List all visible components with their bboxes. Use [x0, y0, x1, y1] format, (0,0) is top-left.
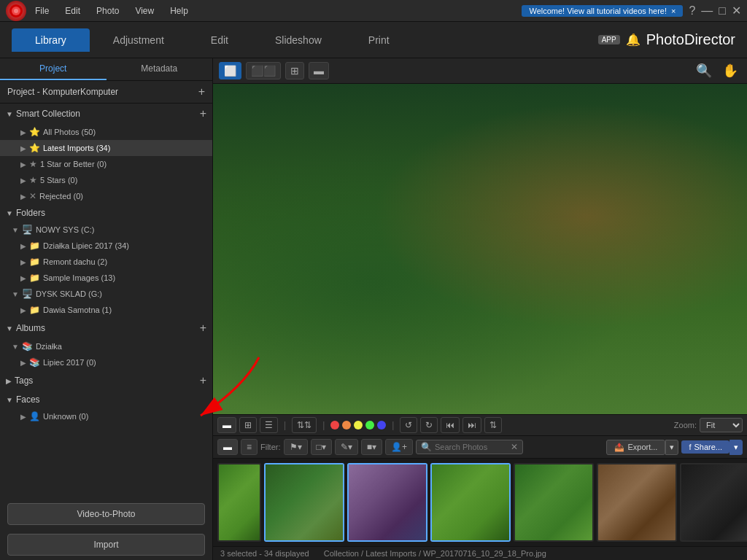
sidebar-item-lipiec[interactable]: ▶ 📚 Lipiec 2017 (0): [0, 354, 212, 370]
filmstrip-thumb-4[interactable]: [514, 463, 594, 542]
tab-library[interactable]: Library: [12, 28, 90, 52]
dzialka-album-icon: 📚: [22, 341, 33, 351]
list-mode-button[interactable]: ☰: [260, 417, 278, 433]
filmstrip-thumb-2[interactable]: [347, 463, 427, 542]
share-dropdown-button[interactable]: ▾: [729, 440, 743, 455]
filmstrip-thumb-6[interactable]: [680, 463, 747, 542]
tags-add-button[interactable]: +: [200, 374, 206, 387]
menu-file[interactable]: File: [32, 4, 52, 18]
tab-slideshow[interactable]: Slideshow: [252, 28, 345, 52]
share-button[interactable]: f Share...: [681, 440, 729, 454]
rotate-right-button[interactable]: ↻: [420, 417, 438, 433]
color-dot-blue[interactable]: [377, 421, 386, 429]
video-to-photo-button[interactable]: Video-to-Photo: [7, 503, 205, 525]
bell-icon[interactable]: 🔔: [626, 33, 640, 47]
sidebar-tab-project[interactable]: Project: [0, 58, 107, 80]
menu-photo[interactable]: Photo: [93, 4, 122, 18]
filmstrip-view-button[interactable]: ▬: [309, 62, 329, 79]
filmstrip-thumb-5[interactable]: [597, 463, 677, 542]
rotate-left-button[interactable]: ↺: [400, 417, 417, 433]
filter-bar: ▬ ≡ Filter: ⚑▾ □▾ ✎▾ ■▾ 👤+ 🔍 ✕ 📤 Export.…: [213, 436, 747, 459]
dysk-arrow: ▼: [12, 290, 19, 298]
toolbar-right: Welcome! View all tutorial videos here! …: [522, 4, 741, 18]
grid-view-button[interactable]: ⊞: [285, 62, 304, 79]
filter-person-button[interactable]: 👤+: [385, 439, 413, 455]
view-type-button1[interactable]: ▬: [217, 439, 238, 455]
color-dot-red[interactable]: [330, 421, 339, 429]
minimize-icon[interactable]: —: [701, 4, 713, 18]
filter-flag-button[interactable]: ⚑▾: [284, 439, 308, 455]
lipiec-icon: 📚: [29, 357, 40, 368]
export-dropdown-button[interactable]: ▾: [665, 440, 678, 455]
sidebar-item-unknown[interactable]: ▶ 👤 Unknown (0): [0, 408, 212, 424]
sidebar-item-all-photos[interactable]: ▶ ⭐ All Photos (50): [0, 124, 212, 140]
separator1: |: [281, 420, 289, 430]
svg-point-26: [302, 330, 370, 381]
separator3: |: [389, 420, 397, 430]
color-dot-orange[interactable]: [342, 421, 351, 429]
svg-point-27: [344, 325, 395, 368]
search-clear-button[interactable]: ✕: [511, 442, 518, 452]
project-add-button[interactable]: +: [198, 85, 205, 98]
sidebar-item-sample[interactable]: ▶ 📁 Sample Images (13): [0, 270, 212, 286]
search-view-button[interactable]: 🔍: [693, 61, 715, 80]
menu-edit[interactable]: Edit: [62, 4, 83, 18]
import-button[interactable]: Import: [7, 534, 205, 556]
smart-collection-add-button[interactable]: +: [200, 107, 206, 120]
menu-view[interactable]: View: [132, 4, 157, 18]
sort-options-button[interactable]: ⇅: [484, 417, 502, 433]
search-input[interactable]: [435, 443, 508, 451]
color-dot-green[interactable]: [365, 421, 374, 429]
sidebar-item-rejected[interactable]: ▶ ✕ Rejected (0): [0, 188, 212, 204]
skip-forward-button[interactable]: ⏭: [462, 417, 481, 433]
notification-close-icon[interactable]: ×: [671, 7, 676, 15]
tags-header[interactable]: ▶ Tags +: [0, 370, 212, 391]
help-icon[interactable]: ?: [689, 4, 695, 18]
latest-imports-icon: ⭐: [29, 143, 40, 153]
grid-mode-button[interactable]: ⊞: [239, 417, 257, 433]
view-type-button2[interactable]: ≡: [241, 439, 258, 455]
faces-header[interactable]: ▼ Faces: [0, 391, 212, 408]
filter-border-button[interactable]: □▾: [311, 439, 332, 455]
share-group: f Share... ▾: [681, 440, 743, 455]
sidebar-item-dzialka-album[interactable]: ▼ 📚 Działka: [0, 338, 212, 354]
menu-help[interactable]: Help: [167, 4, 191, 18]
smart-collection-header[interactable]: ▼ Smart Collection +: [0, 104, 212, 124]
sidebar-item-dysk[interactable]: ▼ 🖥️ DYSK SKLAD (G:): [0, 286, 212, 302]
tab-print[interactable]: Print: [345, 28, 413, 52]
compare-view-button[interactable]: ⬛⬛: [246, 62, 281, 79]
filmstrip-thumb-3[interactable]: [430, 463, 511, 542]
sidebar-item-latest-imports[interactable]: ▶ ⭐ Latest Imports (34): [0, 140, 212, 156]
sidebar-tab-metadata[interactable]: Metadata: [107, 58, 213, 80]
folders-header[interactable]: ▼ Folders: [0, 204, 212, 222]
dzialka-icon: 📁: [29, 241, 40, 251]
sort-mode-button[interactable]: ⇅⇅: [292, 417, 317, 433]
filmstrip-thumb-1[interactable]: [264, 463, 344, 542]
albums-add-button[interactable]: +: [200, 322, 206, 335]
filmstrip-thumb-partial[interactable]: [217, 463, 261, 542]
tab-adjustment[interactable]: Adjustment: [90, 28, 187, 52]
export-button[interactable]: 📤 Export...: [606, 440, 665, 455]
filmstrip-mode-button[interactable]: ▬: [217, 417, 236, 433]
close-icon[interactable]: ✕: [732, 4, 741, 18]
sidebar-item-nowy-sys[interactable]: ▼ 🖥️ NOWY SYS (C:): [0, 222, 212, 238]
maximize-icon[interactable]: □: [719, 4, 726, 18]
zoom-dropdown[interactable]: Fit 25% 50% 100%: [700, 418, 743, 432]
hand-tool-button[interactable]: ✋: [719, 61, 741, 80]
sidebar-item-dzialka[interactable]: ▶ 📁 Działka Lipiec 2017 (34): [0, 238, 212, 254]
sidebar-item-dawia[interactable]: ▶ 📁 Dawia Samotna (1): [0, 302, 212, 318]
skip-back-button[interactable]: ⏮: [441, 417, 460, 433]
tags-section: ▶ Tags +: [0, 370, 212, 391]
sidebar-item-remont[interactable]: ▶ 📁 Remont dachu (2): [0, 254, 212, 270]
sidebar-item-1star[interactable]: ▶ ★ 1 Star or Better (0): [0, 156, 212, 172]
filter-color-button[interactable]: ■▾: [361, 439, 382, 455]
svg-point-5: [213, 84, 336, 194]
filter-edit-button[interactable]: ✎▾: [335, 439, 358, 455]
sidebar-item-5stars[interactable]: ▶ ★ 5 Stars (0): [0, 172, 212, 188]
tab-edit[interactable]: Edit: [187, 28, 252, 52]
single-view-button[interactable]: ⬜: [219, 62, 241, 79]
albums-header[interactable]: ▼ Albums +: [0, 318, 212, 338]
1star-icon: ★: [29, 159, 37, 169]
nowy-sys-label: NOWY SYS (C:): [36, 225, 94, 234]
color-dot-yellow[interactable]: [354, 421, 363, 429]
